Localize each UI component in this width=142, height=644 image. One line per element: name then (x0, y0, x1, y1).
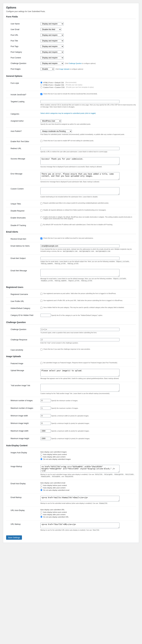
section-challenge: Challenge Question (6, 321, 136, 324)
page-title: Options (6, 6, 136, 9)
input-max-num[interactable] (40, 406, 51, 410)
radio-fs-custom[interactable] (40, 86, 42, 88)
textarea-upload-msg[interactable]: Please select your image(s) to upload. (40, 369, 119, 376)
checkbox-unique-titles[interactable] (40, 202, 42, 204)
link-categories[interactable]: Select which categories may be assigned … (40, 112, 96, 114)
textarea-error-msg[interactable]: There was an error. Please ensure that y… (40, 172, 119, 180)
section-form-fields: Form Fields (6, 16, 136, 19)
hint-min-h: Specify a minimum height (in pixels) for… (51, 422, 89, 424)
section-registered-users: Registered Users (6, 286, 136, 290)
select-post-url[interactable]: Display and require (40, 34, 64, 37)
label-disable-required: Disable Required (11, 209, 40, 212)
radio-url-before[interactable] (40, 511, 42, 513)
hint-cq: (Visit Challenge Question to configure o… (65, 63, 96, 64)
textarea-alert-message[interactable] (40, 269, 119, 277)
label-user-name: User Name (11, 22, 40, 25)
label-email-markup: Email Markup (11, 496, 40, 498)
label-post-title: Post Title (11, 39, 40, 42)
label-custom-content: Custom Content (11, 187, 40, 190)
hint-cq-question: To prevent spam, enter a question that u… (40, 332, 136, 334)
input-redirect-url[interactable] (40, 147, 119, 150)
label-alert-message: Email Alert Message (11, 269, 40, 272)
radio-fs-default[interactable] (40, 82, 42, 84)
radio-url-after[interactable] (40, 514, 42, 516)
save-button[interactable]: Save Settings (6, 536, 22, 540)
radio-img-none[interactable] (40, 458, 42, 460)
radio-img-after[interactable] (40, 456, 42, 458)
input-max-w[interactable] (40, 429, 51, 432)
checkbox-enable-shortcodes[interactable] (40, 216, 42, 218)
label-success-msg: Success Message (11, 157, 40, 160)
label-categories: Categories (11, 112, 40, 115)
select-post-content[interactable]: Display and require (40, 56, 64, 59)
checkbox-include-js[interactable] (40, 93, 42, 95)
select-post-category[interactable]: Display and require (40, 50, 64, 54)
checkbox-disable-ip[interactable] (40, 224, 42, 226)
radio-fs-disable[interactable] (40, 84, 42, 86)
select-post-images[interactable]: Disable (40, 68, 54, 71)
hint-cq-response: Enter the *only* correct answer to the c… (40, 342, 136, 344)
checkbox-receive-alert[interactable] (40, 238, 42, 240)
textarea-email-markup[interactable]: <p><a href="mailto:%%email%%">Email</a><… (40, 496, 119, 502)
label-cq-question: Challenge Question (11, 328, 40, 330)
hint-redirect-url: Specify a URL to redirect the user after… (40, 151, 136, 153)
textarea-url-markup[interactable]: <p><a href="%%url%%">URL</a></p> (40, 522, 119, 528)
select-challenge-question[interactable]: Display and require (40, 62, 64, 65)
hint-targeted-loading: When enabled, external CSS & JavaScript … (40, 104, 136, 108)
hint-max-num: Specify the maximum number of images. (51, 408, 78, 409)
radio-img-before[interactable] (40, 454, 42, 455)
textarea-custom-content[interactable] (40, 187, 119, 195)
input-min-num[interactable] (40, 399, 51, 402)
select-assigned-author[interactable]: WordPress User (40, 119, 61, 122)
checkbox-profile-url[interactable] (40, 300, 42, 302)
checkbox-reg-username[interactable] (40, 293, 42, 295)
label-img-auto: Images Auto-Display (11, 451, 40, 454)
label-auto-publish: Auto Publish? (11, 130, 40, 132)
input-cq-response[interactable] (40, 338, 119, 341)
checkbox-disable-required[interactable] (40, 209, 42, 211)
hint-max-h: Specify a maximum height (in pixels) for… (51, 438, 90, 440)
textarea-add-another[interactable] (40, 384, 119, 392)
label-min-num: Minimum number of images (11, 399, 40, 402)
select-user-name[interactable]: Display and require (40, 22, 64, 26)
textarea-img-markup[interactable]: <a href="%%full%%"><img src="%%thumb%%" … (40, 465, 119, 472)
input-max-h[interactable] (40, 437, 51, 440)
select-post-tags[interactable]: Display and require (40, 45, 64, 48)
label-email-auto: Email Auto-Display (11, 482, 40, 485)
radio-email-none[interactable] (40, 489, 42, 491)
label-hidden-cat: Hidden/Default Category (11, 307, 40, 309)
select-auto-publish[interactable]: Always moderate via Pending (40, 130, 72, 133)
checkbox-cq-case[interactable] (40, 348, 42, 350)
input-min-w[interactable] (40, 414, 51, 418)
section-general-options: General Options (6, 75, 136, 78)
hint-assigned-author: Specify the user that should be assigned… (40, 123, 136, 125)
link-cq[interactable]: Challenge Question (69, 63, 82, 64)
input-alert-subject[interactable] (40, 257, 119, 260)
label-max-w: Maximum image width (11, 429, 40, 432)
label-targeted-loading: Targeted Loading (11, 100, 40, 103)
input-targeted-loading[interactable] (40, 100, 119, 103)
input-min-h[interactable] (40, 422, 51, 425)
hint-url-markup: Markup to use for the submitted URL (whe… (40, 529, 136, 531)
input-alert-address[interactable] (40, 244, 119, 248)
textarea-success-msg[interactable]: Success! Thank you for your submission. (40, 157, 119, 165)
label-unique-titles: Unique Titles (11, 202, 40, 205)
hint-min-num: Specify the minimum number of images. (51, 400, 78, 402)
select-post-title[interactable]: Display and require (40, 39, 64, 42)
checkbox-hidden-cat[interactable] (40, 307, 42, 309)
input-cq-question[interactable] (40, 328, 119, 331)
label-post-tags: Post Tags (11, 45, 40, 48)
select-user-email[interactable]: Disable this field (40, 28, 61, 31)
hint-auto-publish: Post Status for submitted posts: moderat… (40, 134, 136, 136)
link-pi[interactable]: Image Uploads (59, 68, 69, 70)
radio-url-none[interactable] (40, 516, 42, 518)
label-redirect-url: Redirect URL (11, 147, 40, 150)
label-cq-response: Challenge Response (11, 338, 40, 341)
radio-email-before[interactable] (40, 484, 42, 486)
radio-email-after[interactable] (40, 487, 42, 489)
checkbox-rich-text[interactable] (40, 140, 42, 142)
lead-url-auto: Auto-display user-submitted URL: (40, 509, 136, 510)
checkbox-featured[interactable] (40, 362, 42, 364)
input-cat-id[interactable] (40, 314, 51, 317)
label-enable-shortcodes: Enable Shortcodes (11, 216, 40, 219)
